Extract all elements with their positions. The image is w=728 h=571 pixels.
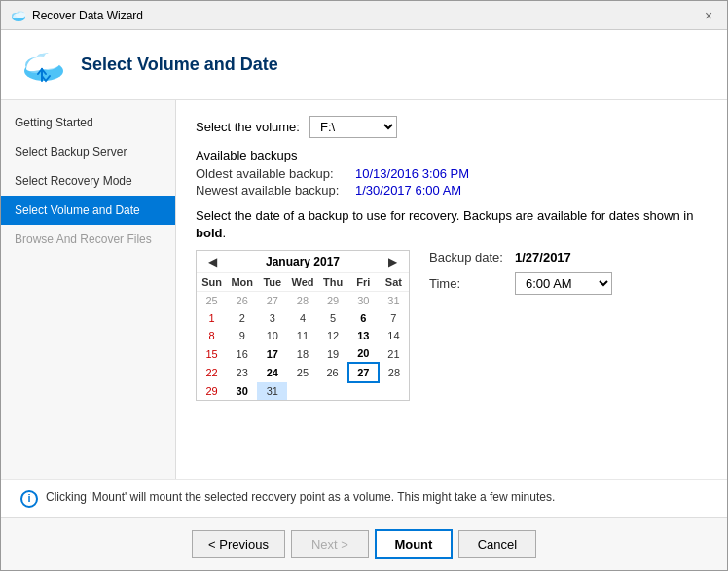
date-backup-row: ◀ January 2017 ▶ Sun Mon Tue Wed Thu	[196, 250, 708, 401]
recover-data-wizard-dialog: Recover Data Wizard × Select Volume and …	[0, 0, 728, 571]
calendar-day: 26	[227, 292, 257, 310]
backup-date-row: Backup date: 1/27/2017	[429, 250, 612, 265]
info-bar: i Clicking 'Mount' will mount the select…	[1, 479, 727, 517]
backup-date-label: Backup date:	[429, 250, 507, 265]
calendar-day: 3	[257, 309, 287, 327]
backup-date-value: 1/27/2017	[515, 250, 571, 265]
calendar-day: 10	[257, 327, 287, 344]
calendar-day[interactable]: 24	[257, 363, 287, 382]
calendar-day: 23	[227, 363, 257, 382]
calendar-day: 12	[318, 327, 348, 344]
calendar-day: 29	[197, 382, 227, 400]
sidebar-item-recovery-mode[interactable]: Select Recovery Mode	[1, 166, 175, 196]
calendar-day: 21	[379, 344, 409, 363]
sidebar-item-backup-server[interactable]: Select Backup Server	[1, 137, 175, 166]
calendar-day: 30	[348, 292, 379, 310]
date-instruction: Select the date of a backup to use for r…	[196, 207, 708, 242]
calendar-day: 27	[257, 292, 287, 310]
available-backups-title: Available backups	[196, 148, 708, 162]
time-label: Time:	[429, 276, 507, 291]
calendar-day[interactable]: 30	[227, 382, 257, 400]
main-content: Select the volume: F:\ C:\ D:\ E:\ Avail…	[176, 100, 727, 479]
col-mon: Mon	[227, 273, 257, 292]
dialog-icon	[11, 8, 26, 23]
calendar-day: 28	[379, 363, 409, 382]
col-wed: Wed	[287, 273, 317, 292]
calendar-day: 31	[257, 382, 287, 400]
calendar: ◀ January 2017 ▶ Sun Mon Tue Wed Thu	[196, 250, 410, 401]
calendar-grid: Sun Mon Tue Wed Thu Fri Sat 252627282930…	[197, 273, 409, 400]
calendar-day: 8	[197, 327, 227, 344]
oldest-value: 10/13/2016 3:06 PM	[355, 166, 469, 181]
cancel-button[interactable]: Cancel	[458, 530, 536, 558]
sidebar-item-browse-recover: Browse And Recover Files	[1, 225, 175, 254]
title-bar: Recover Data Wizard ×	[1, 1, 727, 30]
calendar-day: 25	[287, 363, 317, 382]
header-icon	[20, 40, 67, 89]
calendar-day: 31	[379, 292, 409, 310]
col-thu: Thu	[318, 273, 348, 292]
calendar-day: 2	[227, 309, 257, 327]
sidebar-item-volume-date[interactable]: Select Volume and Date	[1, 196, 175, 225]
calendar-header: ◀ January 2017 ▶	[197, 251, 409, 273]
time-row: Time: 6:00 AM 12:00 PM 6:00 PM	[429, 272, 612, 295]
mount-button[interactable]: Mount	[375, 529, 453, 559]
calendar-day: 19	[318, 344, 348, 363]
calendar-day: 11	[287, 327, 317, 344]
backup-date-panel: Backup date: 1/27/2017 Time: 6:00 AM 12:…	[429, 250, 612, 295]
col-fri: Fri	[348, 273, 379, 292]
calendar-day	[379, 382, 409, 400]
calendar-day	[287, 382, 317, 400]
time-select[interactable]: 6:00 AM 12:00 PM 6:00 PM	[515, 272, 612, 295]
calendar-day	[318, 382, 348, 400]
calendar-body: 2526272829303112345678910111213141516171…	[197, 292, 409, 401]
newest-value: 1/30/2017 6:00 AM	[355, 183, 461, 197]
calendar-day: 7	[379, 309, 409, 327]
calendar-day[interactable]: 6	[348, 309, 379, 327]
calendar-day: 16	[227, 344, 257, 363]
col-sun: Sun	[197, 273, 227, 292]
content-area: Getting Started Select Backup Server Sel…	[1, 100, 727, 479]
calendar-day: 14	[379, 327, 409, 344]
calendar-day: 25	[197, 292, 227, 310]
calendar-day[interactable]: 20	[348, 344, 379, 363]
volume-label: Select the volume:	[196, 120, 300, 134]
calendar-day: 4	[287, 309, 317, 327]
calendar-day: 28	[287, 292, 317, 310]
calendar-day[interactable]: 27	[348, 363, 379, 382]
header-area: Select Volume and Date	[1, 30, 727, 100]
calendar-day: 15	[197, 344, 227, 363]
volume-row: Select the volume: F:\ C:\ D:\ E:\	[196, 116, 708, 138]
previous-button[interactable]: < Previous	[192, 530, 285, 558]
calendar-day: 18	[287, 344, 317, 363]
calendar-month: January 2017	[266, 255, 340, 268]
cal-prev-button[interactable]: ◀	[204, 255, 221, 268]
sidebar-item-getting-started[interactable]: Getting Started	[1, 108, 175, 137]
col-tue: Tue	[257, 273, 287, 292]
oldest-label: Oldest available backup:	[196, 166, 351, 181]
calendar-day[interactable]: 17	[257, 344, 287, 363]
volume-select[interactable]: F:\ C:\ D:\ E:\	[309, 116, 397, 138]
cal-next-button[interactable]: ▶	[384, 255, 401, 268]
page-title: Select Volume and Date	[81, 54, 278, 75]
next-button[interactable]: Next >	[291, 530, 369, 558]
calendar-day: 29	[318, 292, 348, 310]
calendar-day: 9	[227, 327, 257, 344]
footer: < Previous Next > Mount Cancel	[1, 517, 727, 570]
title-bar-left: Recover Data Wizard	[11, 8, 143, 23]
dialog-title: Recover Data Wizard	[32, 9, 143, 22]
sidebar: Getting Started Select Backup Server Sel…	[1, 100, 176, 479]
calendar-day: 1	[197, 309, 227, 327]
calendar-day[interactable]: 13	[348, 327, 379, 344]
calendar-day	[348, 382, 379, 400]
newest-backup-row: Newest available backup: 1/30/2017 6:00 …	[196, 183, 708, 197]
close-button[interactable]: ×	[700, 7, 717, 24]
backup-info: Available backups Oldest available backu…	[196, 148, 708, 197]
col-sat: Sat	[379, 273, 409, 292]
newest-label: Newest available backup:	[196, 183, 351, 197]
calendar-day: 5	[318, 309, 348, 327]
calendar-day: 22	[197, 363, 227, 382]
info-icon: i	[20, 490, 38, 508]
info-message: Clicking 'Mount' will mount the selected…	[46, 489, 555, 506]
calendar-day: 26	[318, 363, 348, 382]
